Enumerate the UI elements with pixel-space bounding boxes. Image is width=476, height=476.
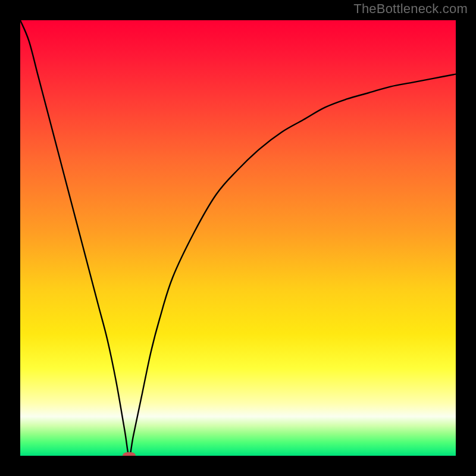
chart-frame: TheBottleneck.com	[0, 0, 476, 476]
watermark-text: TheBottleneck.com	[353, 1, 468, 17]
bottleneck-curve	[20, 20, 456, 456]
optimal-point-marker	[123, 452, 136, 456]
plot-area	[20, 20, 456, 456]
